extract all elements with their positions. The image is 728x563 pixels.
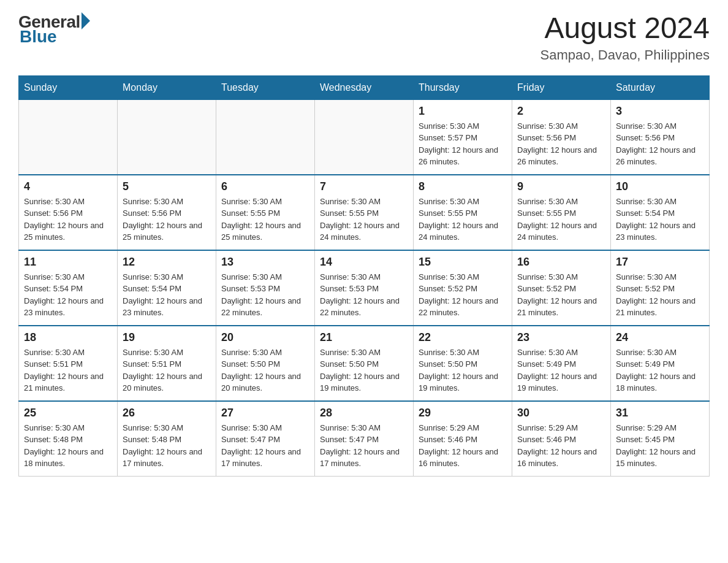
day-info-text: Sunrise: 5:30 AMSunset: 5:54 PMDaylight:… — [123, 271, 211, 319]
calendar-cell: 26Sunrise: 5:30 AMSunset: 5:48 PMDayligh… — [118, 401, 216, 477]
day-number: 11 — [24, 256, 112, 269]
day-number: 2 — [517, 105, 605, 118]
calendar-cell — [118, 99, 216, 175]
day-number: 12 — [123, 256, 211, 269]
day-info-text: Sunrise: 5:30 AMSunset: 5:53 PMDaylight:… — [221, 271, 309, 319]
day-number: 21 — [320, 331, 408, 344]
title-area: August 2024 Sampao, Davao, Philippines — [540, 12, 710, 63]
day-info-text: Sunrise: 5:30 AMSunset: 5:57 PMDaylight:… — [419, 120, 507, 168]
calendar-cell: 18Sunrise: 5:30 AMSunset: 5:51 PMDayligh… — [19, 326, 118, 401]
calendar-cell: 28Sunrise: 5:30 AMSunset: 5:47 PMDayligh… — [315, 401, 414, 477]
calendar-cell: 16Sunrise: 5:30 AMSunset: 5:52 PMDayligh… — [512, 250, 611, 326]
calendar-cell: 17Sunrise: 5:30 AMSunset: 5:52 PMDayligh… — [611, 250, 710, 326]
day-info-text: Sunrise: 5:29 AMSunset: 5:46 PMDaylight:… — [517, 422, 605, 470]
day-header-thursday: Thursday — [414, 75, 512, 99]
calendar-week-3: 11Sunrise: 5:30 AMSunset: 5:54 PMDayligh… — [19, 250, 710, 326]
day-info-text: Sunrise: 5:30 AMSunset: 5:48 PMDaylight:… — [24, 422, 112, 470]
day-header-friday: Friday — [512, 75, 611, 99]
day-number: 17 — [616, 256, 704, 269]
calendar-cell: 20Sunrise: 5:30 AMSunset: 5:50 PMDayligh… — [216, 326, 315, 401]
calendar-cell: 22Sunrise: 5:30 AMSunset: 5:50 PMDayligh… — [414, 326, 512, 401]
day-header-monday: Monday — [118, 75, 216, 99]
day-info-text: Sunrise: 5:29 AMSunset: 5:46 PMDaylight:… — [419, 422, 507, 470]
day-info-text: Sunrise: 5:30 AMSunset: 5:56 PMDaylight:… — [517, 120, 605, 168]
calendar-cell: 15Sunrise: 5:30 AMSunset: 5:52 PMDayligh… — [414, 250, 512, 326]
day-number: 20 — [221, 331, 309, 344]
calendar-cell: 12Sunrise: 5:30 AMSunset: 5:54 PMDayligh… — [118, 250, 216, 326]
day-info-text: Sunrise: 5:30 AMSunset: 5:54 PMDaylight:… — [24, 271, 112, 319]
day-info-text: Sunrise: 5:29 AMSunset: 5:45 PMDaylight:… — [616, 422, 704, 470]
calendar-table: SundayMondayTuesdayWednesdayThursdayFrid… — [18, 75, 710, 477]
day-number: 1 — [419, 105, 507, 118]
calendar-cell: 11Sunrise: 5:30 AMSunset: 5:54 PMDayligh… — [19, 250, 118, 326]
calendar-cell — [19, 99, 118, 175]
calendar-week-5: 25Sunrise: 5:30 AMSunset: 5:48 PMDayligh… — [19, 401, 710, 477]
day-info-text: Sunrise: 5:30 AMSunset: 5:47 PMDaylight:… — [320, 422, 408, 470]
day-info-text: Sunrise: 5:30 AMSunset: 5:54 PMDaylight:… — [616, 196, 704, 243]
calendar-week-1: 1Sunrise: 5:30 AMSunset: 5:57 PMDaylight… — [19, 99, 710, 175]
day-info-text: Sunrise: 5:30 AMSunset: 5:56 PMDaylight:… — [123, 196, 211, 243]
day-info-text: Sunrise: 5:30 AMSunset: 5:50 PMDaylight:… — [320, 347, 408, 394]
day-info-text: Sunrise: 5:30 AMSunset: 5:55 PMDaylight:… — [419, 196, 507, 243]
day-info-text: Sunrise: 5:30 AMSunset: 5:52 PMDaylight:… — [517, 271, 605, 319]
calendar-cell: 6Sunrise: 5:30 AMSunset: 5:55 PMDaylight… — [216, 175, 315, 250]
calendar-cell: 31Sunrise: 5:29 AMSunset: 5:45 PMDayligh… — [611, 401, 710, 477]
calendar-cell: 7Sunrise: 5:30 AMSunset: 5:55 PMDaylight… — [315, 175, 414, 250]
day-number: 10 — [616, 180, 704, 193]
logo-blue-text: Blue — [20, 27, 57, 47]
day-header-tuesday: Tuesday — [216, 75, 315, 99]
calendar-cell: 25Sunrise: 5:30 AMSunset: 5:48 PMDayligh… — [19, 401, 118, 477]
calendar-cell: 24Sunrise: 5:30 AMSunset: 5:49 PMDayligh… — [611, 326, 710, 401]
calendar-cell: 3Sunrise: 5:30 AMSunset: 5:56 PMDaylight… — [611, 99, 710, 175]
day-number: 13 — [221, 256, 309, 269]
day-number: 9 — [517, 180, 605, 193]
calendar-cell: 10Sunrise: 5:30 AMSunset: 5:54 PMDayligh… — [611, 175, 710, 250]
day-info-text: Sunrise: 5:30 AMSunset: 5:55 PMDaylight:… — [221, 196, 309, 243]
day-number: 15 — [419, 256, 507, 269]
month-year-title: August 2024 — [540, 12, 710, 45]
calendar-week-4: 18Sunrise: 5:30 AMSunset: 5:51 PMDayligh… — [19, 326, 710, 401]
calendar-header-row: SundayMondayTuesdayWednesdayThursdayFrid… — [19, 75, 710, 99]
day-number: 22 — [419, 331, 507, 344]
location-subtitle: Sampao, Davao, Philippines — [540, 47, 710, 63]
day-info-text: Sunrise: 5:30 AMSunset: 5:53 PMDaylight:… — [320, 271, 408, 319]
day-number: 16 — [517, 256, 605, 269]
page-header: General Blue August 2024 Sampao, Davao, … — [18, 12, 710, 63]
calendar-cell: 19Sunrise: 5:30 AMSunset: 5:51 PMDayligh… — [118, 326, 216, 401]
day-info-text: Sunrise: 5:30 AMSunset: 5:52 PMDaylight:… — [419, 271, 507, 319]
day-number: 24 — [616, 331, 704, 344]
day-number: 8 — [419, 180, 507, 193]
calendar-cell: 30Sunrise: 5:29 AMSunset: 5:46 PMDayligh… — [512, 401, 611, 477]
day-number: 27 — [221, 407, 309, 419]
day-info-text: Sunrise: 5:30 AMSunset: 5:50 PMDaylight:… — [221, 347, 309, 394]
day-number: 29 — [419, 407, 507, 419]
calendar-cell: 4Sunrise: 5:30 AMSunset: 5:56 PMDaylight… — [19, 175, 118, 250]
day-number: 25 — [24, 407, 112, 419]
day-header-saturday: Saturday — [611, 75, 710, 99]
calendar-week-2: 4Sunrise: 5:30 AMSunset: 5:56 PMDaylight… — [19, 175, 710, 250]
day-info-text: Sunrise: 5:30 AMSunset: 5:50 PMDaylight:… — [419, 347, 507, 394]
day-header-wednesday: Wednesday — [315, 75, 414, 99]
calendar-cell — [216, 99, 315, 175]
day-header-sunday: Sunday — [19, 75, 118, 99]
day-info-text: Sunrise: 5:30 AMSunset: 5:49 PMDaylight:… — [616, 347, 704, 394]
day-number: 26 — [123, 407, 211, 419]
day-number: 6 — [221, 180, 309, 193]
day-info-text: Sunrise: 5:30 AMSunset: 5:55 PMDaylight:… — [320, 196, 408, 243]
calendar-cell: 2Sunrise: 5:30 AMSunset: 5:56 PMDaylight… — [512, 99, 611, 175]
calendar-cell: 8Sunrise: 5:30 AMSunset: 5:55 PMDaylight… — [414, 175, 512, 250]
day-number: 31 — [616, 407, 704, 419]
day-number: 30 — [517, 407, 605, 419]
calendar-cell: 23Sunrise: 5:30 AMSunset: 5:49 PMDayligh… — [512, 326, 611, 401]
day-number: 5 — [123, 180, 211, 193]
calendar-cell: 21Sunrise: 5:30 AMSunset: 5:50 PMDayligh… — [315, 326, 414, 401]
calendar-cell: 13Sunrise: 5:30 AMSunset: 5:53 PMDayligh… — [216, 250, 315, 326]
logo-arrow-icon — [82, 12, 90, 29]
day-number: 19 — [123, 331, 211, 344]
day-number: 18 — [24, 331, 112, 344]
day-info-text: Sunrise: 5:30 AMSunset: 5:55 PMDaylight:… — [517, 196, 605, 243]
day-info-text: Sunrise: 5:30 AMSunset: 5:49 PMDaylight:… — [517, 347, 605, 394]
calendar-cell — [315, 99, 414, 175]
calendar-cell: 29Sunrise: 5:29 AMSunset: 5:46 PMDayligh… — [414, 401, 512, 477]
calendar-cell: 27Sunrise: 5:30 AMSunset: 5:47 PMDayligh… — [216, 401, 315, 477]
